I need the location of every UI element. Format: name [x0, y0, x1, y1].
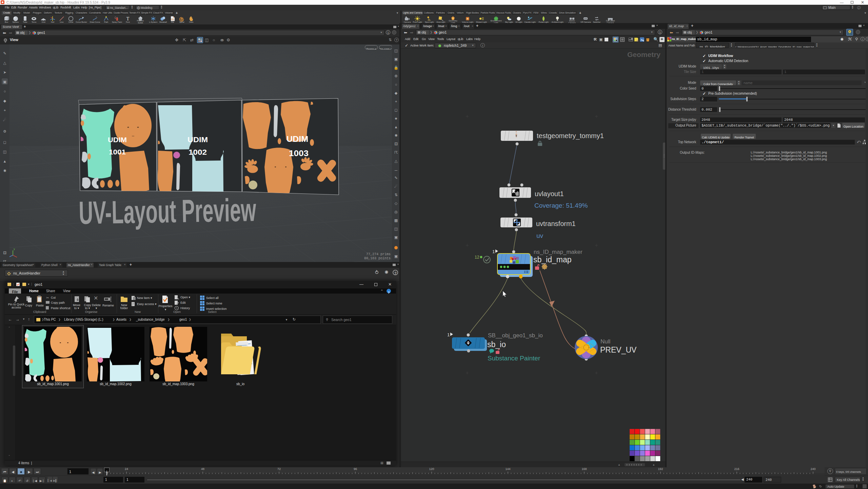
svg-text:96: 96	[354, 467, 357, 471]
svg-text:77,274 prims: 77,274 prims	[366, 252, 391, 256]
svg-text:ns_ID_map_maker: ns_ID_map_maker	[534, 249, 583, 255]
svg-text:72: 72	[277, 467, 281, 471]
svg-text:Null: Null	[600, 338, 610, 345]
svg-text:Geometry: Geometry	[627, 51, 660, 58]
svg-text:PREV_UV: PREV_UV	[600, 345, 637, 354]
svg-text:1002: 1002	[189, 148, 207, 156]
svg-text:Substance Painter: Substance Painter	[488, 355, 540, 362]
svg-text:24: 24	[125, 467, 128, 471]
svg-text:1: 1	[447, 332, 450, 337]
svg-text:80,163 points: 80,163 points	[364, 257, 391, 260]
svg-text:UDIM: UDIM	[287, 135, 308, 144]
svg-text:168: 168	[581, 467, 587, 471]
svg-text:12: 12	[475, 255, 479, 260]
svg-text:UV-Layout Preview: UV-Layout Preview	[78, 192, 256, 231]
svg-text:216: 216	[734, 467, 739, 471]
svg-text:48: 48	[201, 467, 204, 471]
svg-text:Coverage: 51.49%: Coverage: 51.49%	[534, 202, 588, 209]
svg-text:1003: 1003	[289, 149, 309, 158]
svg-text:120: 120	[429, 467, 434, 471]
svg-text:sb_id_map: sb_id_map	[533, 255, 572, 264]
svg-text:y: y	[14, 247, 15, 250]
svg-text:UDIM: UDIM	[188, 135, 208, 144]
svg-text:192: 192	[658, 467, 663, 471]
svg-text:1: 1	[492, 249, 495, 254]
svg-text:sb_io: sb_io	[487, 340, 506, 349]
svg-text:240: 240	[810, 467, 815, 471]
svg-text:uv: uv	[536, 232, 544, 239]
svg-text:uvtransform1: uvtransform1	[536, 220, 576, 227]
svg-text:1001: 1001	[109, 148, 126, 156]
svg-text:uvlayout1: uvlayout1	[535, 190, 564, 198]
svg-text:UDIM: UDIM	[108, 136, 127, 144]
svg-text:SB__obj_geo1_sb_io: SB__obj_geo1_sb_io	[488, 332, 543, 339]
svg-text:testgeometry_tommy1: testgeometry_tommy1	[537, 132, 604, 140]
svg-text:144: 144	[505, 467, 510, 471]
